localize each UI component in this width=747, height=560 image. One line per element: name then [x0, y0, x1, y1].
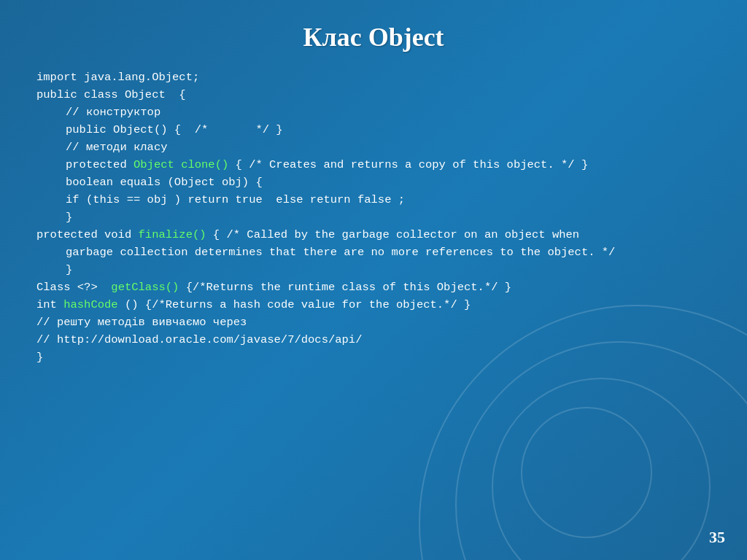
code-line-equals: boolean equals (Object obj) {	[36, 174, 711, 191]
code-line-finalize-cont: garbage collection determines that there…	[36, 244, 711, 261]
code-line-finalize: protected void finalize() { /* Called by…	[36, 226, 711, 244]
slide: Клас Object import java.lang.Object; pub…	[0, 0, 747, 560]
code-line-methods-comment: // методи класу	[36, 139, 711, 156]
code-block: import java.lang.Object; public class Ob…	[36, 69, 711, 366]
code-line-rest-comment: // решту методів вивчаємо через	[36, 314, 711, 331]
code-line-getclass: Class <?> getClass() {/*Returns the runt…	[36, 279, 711, 296]
code-line-class: public class Object {	[36, 86, 711, 104]
slide-title: Клас Object	[36, 22, 711, 52]
code-line-close-class: }	[36, 349, 711, 366]
code-line-if: if (this == obj ) return true else retur…	[36, 191, 711, 209]
code-line-url: // http://download.oracle.com/javase/7/d…	[36, 331, 711, 349]
deco-circle-4	[521, 407, 652, 538]
code-line-import: import java.lang.Object;	[36, 69, 711, 86]
code-line-clone: protected Object clone() { /* Creates an…	[36, 156, 711, 174]
code-line-close-finalize: }	[36, 261, 711, 279]
code-line-hashcode: int hashCode () {/*Returns a hash code v…	[36, 296, 711, 314]
deco-circle-1	[492, 378, 711, 560]
page-number: 35	[709, 528, 725, 547]
code-line-constructor: public Object() { /* */ }	[36, 121, 711, 139]
code-line-close-equals: }	[36, 209, 711, 226]
deco-circle-2	[455, 341, 747, 560]
code-line-constructor-comment: // конструктор	[36, 104, 711, 121]
